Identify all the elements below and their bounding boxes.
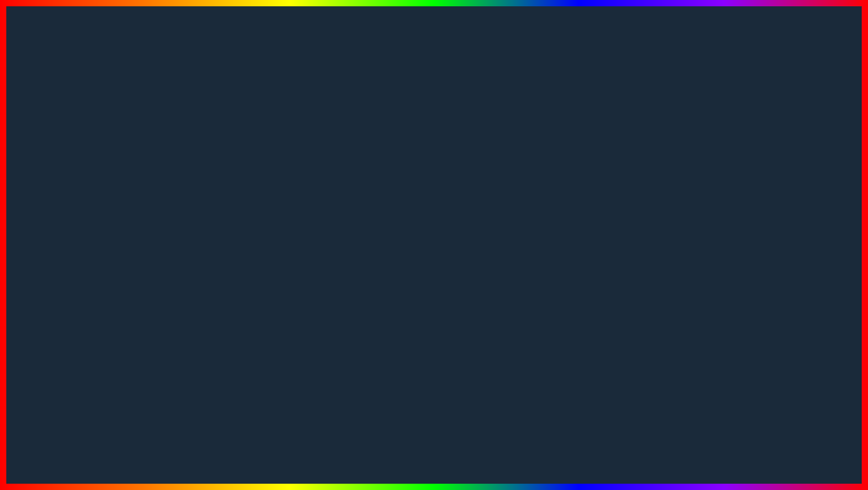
farm-nearest-row-icon: ▶ [370, 200, 377, 206]
sidebar-necessary-label: | Necessary [320, 178, 346, 184]
star-1: ★ [258, 362, 282, 394]
script-label: SCRIPT [311, 441, 418, 474]
sidebar-item-status-hop[interactable]: ⚙️ | Status-Hop [307, 188, 365, 203]
weapon-badge[interactable]: Melee [510, 174, 530, 182]
android-label: ANDROID [13, 229, 165, 266]
mobile-text: MOBILE ✔ [13, 180, 201, 222]
mobile-checkmark: ✔ [146, 180, 176, 222]
people-icon: 👥 [310, 221, 318, 227]
android-text: ANDROID ✔ [13, 226, 201, 268]
sidebar-item-information[interactable]: 👤 | Information [307, 145, 365, 160]
diamond-icon: 💎 [310, 206, 318, 213]
auto-set-spawn-label: | Auto Set Spawn Point [380, 163, 510, 168]
sidebar-statushop-label: | Status-Hop [320, 193, 347, 198]
left-text-block: MOBILE ✔ ANDROID ✔ [13, 180, 201, 268]
bottom-text-block: AUTO FARM SCRIPT PASTEBIN [9, 422, 573, 479]
bf-logo-fruits: FRUITS [747, 467, 859, 490]
auto-farm-level-toggle[interactable] [514, 187, 530, 195]
popsicle [754, 96, 835, 321]
user-icon: 👤 [310, 149, 318, 156]
auto-set-spawn-toggle[interactable] [514, 161, 530, 169]
ui-toggle-hint: [RightControl] [500, 134, 530, 140]
working-line: WORKING [243, 294, 461, 328]
home-icon: 🏠 [310, 163, 318, 170]
kill-law-boss-icon: ▶ [348, 229, 355, 236]
ui-panel-law-boss[interactable]: Misc: Law Boss ▶ | Auto Kill Law Boss Bu… [340, 201, 568, 269]
pastebin-label: PASTEBIN [427, 441, 573, 474]
title-fruits: FRUITS [433, 9, 704, 97]
auto-set-spawn-row: ▶ | Auto Set Spawn Point [368, 159, 532, 172]
farm-level-row-icon: ▶ [370, 188, 377, 194]
start-raid-label: Start Raid Law Boss [431, 251, 480, 260]
skull-icon: 💀 [747, 424, 859, 467]
car-icon: 🚗 [310, 178, 318, 184]
sidebar-item-general[interactable]: 🏠 | General [307, 160, 365, 174]
ui-main-title: [ Main Farm | General ] [368, 146, 532, 156]
sidebar-racev4-label: | Race V4 [320, 222, 341, 227]
auto-farm-level-label: | Auto Farm Level [380, 188, 510, 194]
sidebar-questitem-label: | Quest-Item [320, 207, 347, 213]
main-container: ★ ★ BLOX FRUITS MOBILE ✔ ANDROID ✔ DOWNL… [0, 0, 868, 490]
weapon-row-icon: ▶ [370, 175, 377, 182]
sidebar-item-necessary[interactable]: 🚗 | Necessary [307, 174, 365, 188]
android-checkmark: ✔ [171, 226, 201, 268]
sidebar-general-label: | General [320, 164, 340, 169]
sidebar-information-label: | Information [320, 150, 347, 155]
select-weapon-row: ▶ | Select Weapon Melee [368, 172, 532, 185]
star-2: ★ [294, 379, 327, 421]
buy-microchip-label: Buy Microchip Law Boss [425, 237, 484, 246]
auto-kill-law-boss-toggle[interactable] [543, 217, 560, 226]
gear-icon: ⚙️ [310, 192, 318, 199]
law-boss-title-text: Misc: Law Boss [346, 214, 387, 222]
ui-titlebar: MTriet Hub | Blox Fruits [discord.gg/mFz… [307, 131, 534, 143]
title-blox: BLOX [165, 9, 374, 97]
main-title: BLOX FRUITS [0, 8, 868, 98]
auto-farm-level-row: ▶ | Auto Farm Level [368, 185, 532, 198]
auto-farm-label: AUTO FARM [9, 422, 302, 479]
spawn-row-icon: ▶ [370, 162, 377, 169]
ui-title-text: MTriet Hub | Blox Fruits [discord.gg/mFz… [311, 134, 442, 140]
mobile-label: MOBILE [13, 183, 139, 219]
select-weapon-label: | Select Weapon [380, 176, 506, 181]
bf-logo-fruits-text: FRUITS [758, 467, 848, 490]
bf-logo: BLOX 💀 FRUITS [747, 400, 859, 481]
